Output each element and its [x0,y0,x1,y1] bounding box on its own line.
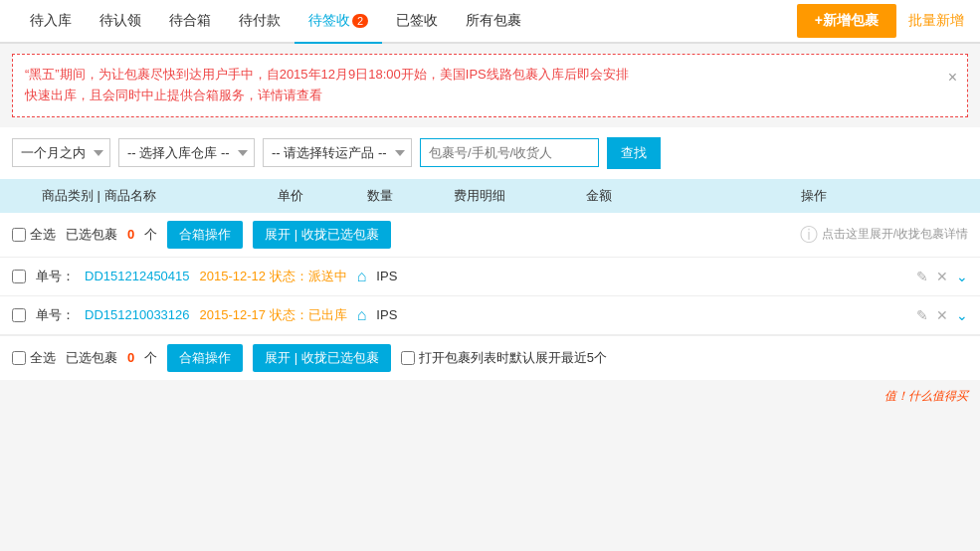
edit-icon-2[interactable]: ✎ [916,307,928,323]
table-toolbar-top: 全选 已选包裹 0 个 合箱操作 展开 | 收拢已选包裹 ⓘ 点击这里展开/收拢… [0,213,980,258]
order-no-2[interactable]: DD151210033126 [85,307,190,322]
carrier-1: IPS [376,269,397,283]
order-prefix-1: 单号： [36,268,75,285]
auto-expand-label[interactable]: 打开包裹列表时默认展开最近5个 [401,349,607,367]
nav-waiting-sign[interactable]: 待签收2 [294,0,382,44]
table-row: 单号： DD151212450415 2015-12-12 状态：派送中 ⌂ I… [0,258,980,296]
selected-count-bottom: 0 [127,350,134,365]
select-all-checkbox-bottom[interactable] [12,351,26,365]
carrier-2: IPS [376,307,397,322]
batch-new-button[interactable]: 批量新增 [908,12,964,30]
alert-banner: “黑五”期间，为让包裹尽快到达用户手中，自2015年12月9日18:00开始，美… [12,54,968,117]
delete-icon-2[interactable]: ✕ [936,307,948,323]
th-type: 商品类别 | 商品名称 [42,187,241,205]
selected-prefix-top: 已选包裹 [66,226,117,244]
expand-icon-2[interactable]: ⌄ [956,307,968,323]
date-status-2: 2015-12-17 状态：已出库 [200,306,347,324]
package-checkbox-1[interactable] [12,270,26,283]
nav-waiting-pay[interactable]: 待付款 [225,0,294,42]
search-button[interactable]: 查找 [607,137,661,169]
selected-prefix-bottom: 已选包裹 [66,349,117,367]
selected-suffix-bottom: 个 [144,349,157,367]
filter-bar: 一个月之内 三个月之内 全部 -- 选择入库仓库 -- -- 请选择转运产品 -… [0,127,980,179]
packages-list: 单号： DD151212450415 2015-12-12 状态：派送中 ⌂ I… [0,258,980,335]
th-op: 操作 [659,187,968,205]
hint-text: 点击这里展开/收拢包裹详情 [822,226,968,243]
selected-suffix-top: 个 [144,226,157,244]
th-fee: 费用明细 [420,187,539,205]
nav-waiting-combine[interactable]: 待合箱 [155,0,225,42]
top-nav: 待入库 待认领 待合箱 待付款 待签收2 已签收 所有包裹 +新增包裹 批量新增 [0,0,980,44]
selected-count-top: 0 [127,227,134,242]
time-filter-select[interactable]: 一个月之内 三个月之内 全部 [12,138,110,167]
hint-icon: ⓘ [800,223,818,247]
product-filter-select[interactable]: -- 请选择转运产品 -- [263,138,412,167]
table-header: 商品类别 | 商品名称 单价 数量 费用明细 金额 操作 [0,179,980,213]
combine-button-top[interactable]: 合箱操作 [167,221,243,249]
expand-icon-1[interactable]: ⌄ [956,269,968,284]
warehouse-filter-select[interactable]: -- 选择入库仓库 -- [118,138,255,167]
alert-close-button[interactable]: × [948,65,957,91]
new-package-button[interactable]: +新增包裹 [797,4,896,38]
auto-expand-checkbox[interactable] [401,351,415,365]
expand-button-top[interactable]: 展开 | 收拢已选包裹 [253,221,391,249]
order-prefix-2: 单号： [36,306,75,324]
nav-actions: +新增包裹 批量新增 [797,4,964,38]
footer-brand: 值！什么值得买 [884,389,968,403]
nav-waiting-enter[interactable]: 待入库 [16,0,86,42]
row-actions-2: ✎ ✕ ⌄ [916,307,968,323]
th-price: 单价 [241,187,340,205]
home-icon-1: ⌂ [357,268,367,285]
search-input[interactable] [420,138,599,167]
select-all-checkbox-top[interactable] [12,228,26,242]
alert-text1: “黑五”期间，为让包裹尽快到达用户手中，自2015年12月9日18:00开始，美… [25,67,629,82]
expand-button-bottom[interactable]: 展开 | 收拢已选包裹 [253,344,391,372]
alert-text2: 快速出库，且会同时中止提供合箱服务，详情请查看 [25,88,322,102]
select-all-label-bottom[interactable]: 全选 [12,349,56,367]
th-amount: 金额 [539,187,659,205]
row-actions-1: ✎ ✕ ⌄ [916,269,968,284]
nav-waiting-claim[interactable]: 待认领 [86,0,155,42]
table-row: 单号： DD151210033126 2015-12-17 状态：已出库 ⌂ I… [0,296,980,335]
combine-button-bottom[interactable]: 合箱操作 [167,344,243,372]
order-no-1[interactable]: DD151212450415 [85,269,190,283]
bottom-toolbar: 全选 已选包裹 0 个 合箱操作 展开 | 收拢已选包裹 打开包裹列表时默认展开… [0,335,980,380]
nav-signed[interactable]: 已签收 [382,0,452,42]
date-status-1: 2015-12-12 状态：派送中 [200,268,347,285]
toolbar-hint: ⓘ 点击这里展开/收拢包裹详情 [800,223,968,247]
nav-all-packages[interactable]: 所有包裹 [452,0,535,42]
package-checkbox-2[interactable] [12,308,26,322]
select-all-label-top[interactable]: 全选 [12,226,56,244]
nav-badge: 2 [352,14,368,28]
th-qty: 数量 [340,187,420,205]
footer: 值！什么值得买 [0,380,980,413]
home-icon-2: ⌂ [357,306,367,324]
edit-icon-1[interactable]: ✎ [916,269,928,284]
delete-icon-1[interactable]: ✕ [936,269,948,284]
